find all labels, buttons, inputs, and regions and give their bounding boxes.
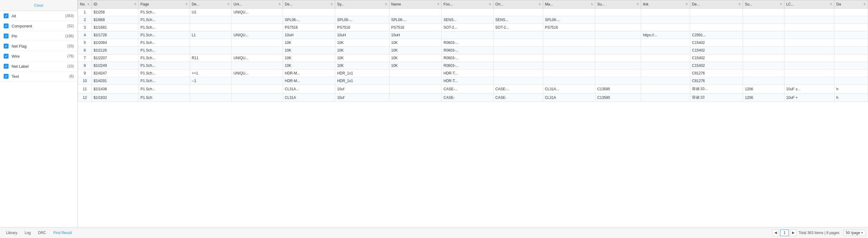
cell-name (389, 69, 442, 77)
cell-de1: U1 (190, 8, 231, 16)
filter-item-component[interactable]: Component(52) (0, 21, 78, 31)
cell-ori (494, 39, 543, 47)
col-header-de1[interactable]: De...⇅ (190, 0, 231, 8)
table-row[interactable]: 2$1I668P1.Sch...SPL06-...SPL06-...SPL06-… (78, 16, 868, 24)
col-header-su2[interactable]: Su...⇅ (743, 0, 784, 8)
table-row[interactable]: 4$1I1726P1.Sch...L1UNIQU...10uH10uH10uHh… (78, 31, 868, 39)
table-row[interactable]: 9$1I4247P1.Sch...++1UNIQU...HDR-M...HDR_… (78, 69, 868, 77)
sort-icon-uni: ⇅ (278, 3, 281, 6)
cell-sy: 10K (335, 62, 389, 69)
cell-lc (784, 69, 834, 77)
cell-uni (231, 39, 283, 47)
cell-sy: 10uH (335, 31, 389, 39)
table-row[interactable]: 10$1I4291P1.Sch...--1HDR-M...HDR_1x1HDR-… (78, 77, 868, 85)
tab-log[interactable]: Log (21, 230, 34, 236)
cell-de3: C15402 (690, 39, 743, 47)
table-row[interactable]: 5$1I2084P1.Sch...10K10K10KR0603-...C1540… (78, 39, 868, 47)
cell-su2 (743, 47, 784, 54)
sort-icon-su: ⇅ (637, 3, 639, 6)
table-row[interactable]: 3$1I1681P1.Sch...PS7516PS7516PS7516SOT-2… (78, 24, 868, 31)
table-row[interactable]: 7$1I2207P1.Sch...R11UNIQU...10K10K10KR06… (78, 54, 868, 62)
col-header-lc[interactable]: LC...⇅ (784, 0, 834, 8)
prev-page-button[interactable]: ◀ (772, 230, 779, 236)
cell-su (595, 8, 641, 16)
tab-library[interactable]: Library (2, 230, 21, 236)
tab-findresult[interactable]: Find Result (50, 230, 75, 236)
filter-label-component: Component (11, 24, 67, 28)
cell-ori (494, 62, 543, 69)
clear-button[interactable]: Clear (0, 0, 78, 11)
cell-lc: 10uF + (784, 93, 834, 102)
col-header-uni[interactable]: Uni...⇅ (231, 0, 283, 8)
col-header-sy[interactable]: Sy...⇅ (335, 0, 389, 8)
cell-page: P1.Sch... (138, 16, 190, 24)
checkbox-wire[interactable] (4, 54, 8, 59)
next-page-button[interactable]: ▶ (790, 230, 797, 236)
table-row[interactable]: 12$1I1832P1.SchCL31A10ufCASE-CASE-CL31AC… (78, 93, 868, 102)
cell-no: 11 (78, 85, 92, 93)
per-page-selector[interactable]: 50 /page ▼ (844, 230, 866, 236)
cell-de1 (190, 39, 231, 47)
checkbox-all[interactable] (4, 13, 8, 18)
cell-de2: 10K (283, 39, 335, 47)
col-header-no[interactable]: No.⇅ (78, 0, 92, 8)
table-header: No.⇅ID⇅Page⇅De...⇅Uni...⇅De...⇅Sy...⇅Nam… (78, 0, 868, 8)
checkbox-netlabel[interactable] (4, 64, 8, 69)
filter-count-all: (363) (65, 14, 74, 18)
cell-page: P1.Sch... (138, 85, 190, 93)
cell-id: $1I4247 (92, 69, 139, 77)
col-header-id[interactable]: ID⇅ (92, 0, 139, 8)
col-header-page[interactable]: Page⇅ (138, 0, 190, 8)
col-header-ori[interactable]: Ori...⇅ (494, 0, 543, 8)
col-header-link[interactable]: link⇅ (641, 0, 690, 8)
cell-de1: L1 (190, 31, 231, 39)
table-row[interactable]: 11$1I1438P1.Sch...CL31A...10ufCASE-...CA… (78, 85, 868, 93)
col-header-da[interactable]: Da⇅ (834, 0, 868, 8)
cell-de2: 10K (283, 54, 335, 62)
col-header-ma[interactable]: Ma...⇅ (543, 0, 595, 8)
col-header-de3[interactable]: De...⇅ (690, 0, 743, 8)
col-label-ma: Ma... (545, 2, 553, 6)
sort-icon-no: ⇅ (87, 3, 90, 6)
cell-de3: 容値:10 (690, 93, 743, 102)
cell-sy (335, 8, 389, 16)
cell-id: $1I1438 (92, 85, 139, 93)
col-label-de2: De... (285, 2, 292, 6)
cell-id: $1I2084 (92, 39, 139, 47)
cell-no: 3 (78, 24, 92, 31)
cell-su (595, 31, 641, 39)
cell-ma: PS7516 (543, 24, 595, 31)
filter-item-netflag[interactable]: Net Flag(33) (0, 41, 78, 51)
filter-item-pin[interactable]: Pin(186) (0, 31, 78, 41)
filter-item-wire[interactable]: Wire(76) (0, 51, 78, 61)
filter-item-netlabel[interactable]: Net Label(10) (0, 61, 78, 71)
checkbox-netflag[interactable] (4, 43, 8, 49)
checkbox-pin[interactable] (4, 34, 8, 38)
table-container[interactable]: No.⇅ID⇅Page⇅De...⇅Uni...⇅De...⇅Sy...⇅Nam… (78, 0, 868, 227)
cell-da (834, 77, 868, 85)
col-header-name[interactable]: Name⇅ (389, 0, 442, 8)
filter-item-all[interactable]: All(363) (0, 11, 78, 21)
table-row[interactable]: 8$1I2249P1.Sch...10K10K10KR0603-...C1540… (78, 62, 868, 69)
cell-su2 (743, 77, 784, 85)
checkbox-text[interactable] (4, 74, 8, 79)
cell-link (641, 93, 690, 102)
filter-item-text[interactable]: Text(6) (0, 71, 78, 82)
cell-page: P1.Sch... (138, 24, 190, 31)
cell-sy: PS7516 (335, 24, 389, 31)
cell-lc (784, 16, 834, 24)
cell-page: P1.Sch... (138, 39, 190, 47)
filter-panel: Clear All(363)Component(52)Pin(186)Net F… (0, 0, 78, 227)
cell-uni (231, 47, 283, 54)
cell-su2 (743, 69, 784, 77)
checkbox-component[interactable] (4, 24, 8, 28)
tabs: LibraryLogDRCFind Result (2, 230, 75, 236)
table-row[interactable]: 6$1I2126P1.Sch...10K10K10KR0603-...C1540… (78, 47, 868, 54)
cell-su2: 1206 (743, 85, 784, 93)
table-row[interactable]: 1$1I256P1.Sch...U1UNIQU... (78, 8, 868, 16)
cell-ori: SENS... (494, 16, 543, 24)
col-header-su[interactable]: Su...⇅ (595, 0, 641, 8)
tab-drc[interactable]: DRC (34, 230, 50, 236)
col-header-foo[interactable]: Foo...⇅ (442, 0, 494, 8)
col-header-de2[interactable]: De...⇅ (283, 0, 335, 8)
